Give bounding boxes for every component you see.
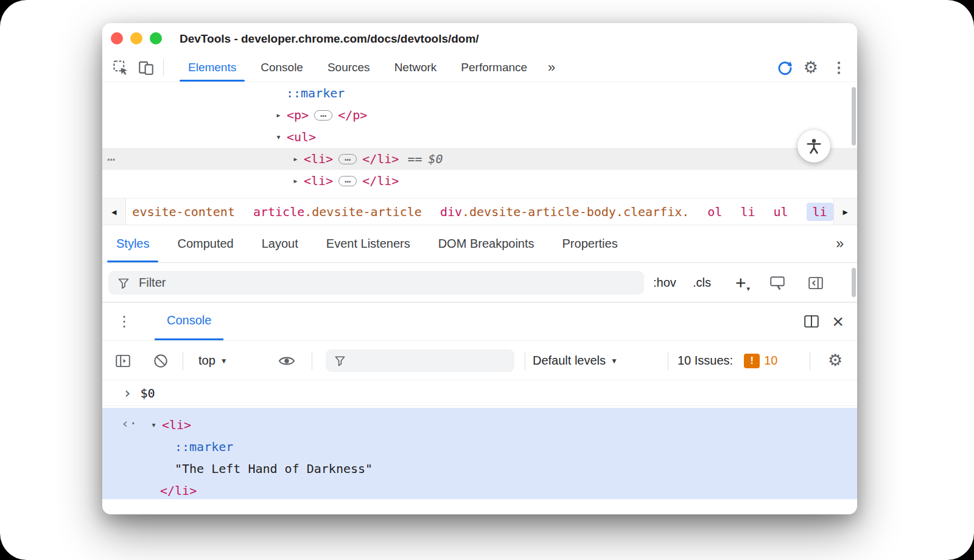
chevron-double-icon: » (836, 236, 844, 252)
eye-live-expression-button[interactable] (278, 341, 296, 380)
console-filter-field[interactable] (326, 349, 514, 372)
console-filter-input[interactable] (352, 354, 506, 368)
expand-arrow-icon[interactable]: ▸ (293, 153, 304, 164)
tab-properties[interactable]: Properties (548, 225, 632, 262)
tab-network[interactable]: Network (382, 54, 449, 82)
inline-expand-button[interactable]: … (338, 154, 357, 164)
sync-button[interactable] (776, 58, 794, 77)
tab-label: Styles (116, 237, 149, 251)
tab-label: Layout (262, 237, 298, 251)
tab-performance[interactable]: Performance (449, 54, 539, 82)
toggle-hover-state-button[interactable]: :hov (653, 263, 676, 303)
breadcrumb-item-selected[interactable]: li (807, 203, 833, 221)
split-drawer-button[interactable] (803, 313, 820, 330)
inspect-icon (112, 59, 129, 76)
clear-console-button[interactable] (152, 341, 169, 380)
drawer-menu-button[interactable]: ⋮ (102, 303, 145, 340)
close-window-button[interactable] (111, 32, 123, 44)
tab-console-drawer[interactable]: Console (155, 303, 223, 340)
more-panels-button[interactable]: » (539, 54, 564, 82)
toolbar-divider (312, 352, 312, 370)
tab-dom-breakpoints[interactable]: DOM Breakpoints (424, 225, 548, 262)
kebab-menu-icon: ⋮ (832, 59, 846, 75)
context-selector-dropdown[interactable]: top ▼ (198, 341, 228, 380)
log-level-dropdown[interactable]: Default levels ▼ (533, 341, 618, 380)
breadcrumb-item[interactable]: article.devsite-article (253, 205, 422, 219)
crumb-classes: evsite-content (132, 205, 235, 219)
tab-event-listeners[interactable]: Event Listeners (312, 225, 424, 262)
breadcrumb-item[interactable]: ul (773, 205, 788, 219)
breadcrumb-item[interactable]: ol (707, 205, 722, 219)
toolbar-divider (668, 352, 668, 370)
console-result-block[interactable]: ‹· ▾ <li> ::marker "The Left Hand of Dar… (102, 408, 857, 499)
console-sidebar-icon (114, 352, 131, 369)
caret-down-icon: ▾ (747, 285, 751, 303)
tab-styles[interactable]: Styles (102, 225, 163, 262)
minimize-window-button[interactable] (130, 32, 142, 44)
settings-button[interactable]: ⚙ (800, 60, 822, 76)
dom-row-ul[interactable]: ▾ <ul> (102, 126, 857, 148)
inline-expand-button[interactable]: … (338, 176, 357, 186)
crumb-classes: .devsite-article (304, 205, 422, 219)
new-style-rule-button[interactable]: + ▾ (735, 263, 750, 303)
crumb-classes: .devsite-article-body.clearfix. (462, 205, 689, 219)
styles-filter-input[interactable] (139, 276, 636, 290)
log-level-label: Default levels (533, 354, 606, 368)
inline-expand-button[interactable]: … (314, 110, 332, 121)
toggle-classes-button[interactable]: .cls (693, 263, 711, 303)
console-messages: › $0 ‹· ▾ <li> ::marker "The Left Hand o… (102, 380, 857, 514)
expand-arrow-icon[interactable]: ▸ (293, 175, 304, 186)
tab-label: Performance (461, 61, 527, 74)
context-label: top (198, 354, 215, 368)
result-line[interactable]: ▾ <li> (102, 408, 857, 436)
issues-count: 10 (764, 354, 777, 368)
console-input-echo-row[interactable]: › $0 (102, 380, 857, 406)
dock-sidebar-button[interactable] (807, 263, 824, 303)
dom-row-li-selected[interactable]: ⋯ ▸ <li> … </li> == $0 (102, 148, 857, 170)
tab-label: Computed (177, 237, 233, 251)
breadcrumb-item[interactable]: div.devsite-article-body.clearfix. (440, 205, 689, 219)
main-menu-button[interactable]: ⋮ (828, 60, 850, 75)
tab-sources[interactable]: Sources (315, 54, 382, 82)
collapse-arrow-icon[interactable]: ▾ (151, 419, 162, 430)
accessibility-overlay-button[interactable] (797, 130, 830, 163)
inspect-element-button[interactable] (112, 59, 129, 76)
tab-computed[interactable]: Computed (163, 225, 247, 262)
tab-elements[interactable]: Elements (176, 54, 248, 82)
elements-scrollbar[interactable] (852, 87, 856, 145)
console-expression: $0 (140, 386, 155, 401)
breadcrumb-item[interactable]: li (740, 205, 755, 219)
zoom-window-button[interactable] (150, 32, 162, 44)
breadcrumb-scroll-left-button[interactable]: ◀ (102, 198, 126, 225)
tag-close: </li> (160, 483, 197, 498)
tab-label: DOM Breakpoints (438, 237, 534, 251)
show-console-sidebar-button[interactable] (114, 341, 131, 380)
issues-counter[interactable]: 10 Issues: ! 10 (678, 341, 777, 380)
crumb-tag: ol (707, 205, 722, 219)
styles-filter-field[interactable] (108, 271, 644, 295)
toggle-device-toolbar-button[interactable] (138, 59, 155, 76)
breadcrumb-item[interactable]: evsite-content (132, 205, 235, 219)
collapse-arrow-icon[interactable]: ▾ (276, 131, 287, 142)
tab-layout[interactable]: Layout (248, 225, 312, 262)
more-sidebar-tabs-button[interactable]: » (822, 225, 857, 262)
breadcrumb-scroll-right-button[interactable]: ▶ (833, 198, 857, 225)
plus-icon: + (735, 273, 746, 293)
tab-console[interactable]: Console (248, 54, 315, 82)
equals-sign: == (407, 152, 422, 166)
row-overflow-icon[interactable]: ⋯ (107, 152, 114, 167)
expand-arrow-icon[interactable]: ▸ (276, 110, 287, 121)
dom-row-p[interactable]: ▸ <p> … </p> (102, 104, 857, 126)
close-drawer-button[interactable]: × (832, 312, 844, 331)
paint-panel-icon (769, 275, 786, 292)
dom-row-li[interactable]: ▸ <li> … </li> (102, 170, 857, 192)
pseudo-element-label: ::marker (175, 439, 233, 454)
console-settings-button[interactable]: ⚙ (824, 341, 846, 380)
rendering-emulation-button[interactable] (769, 263, 786, 303)
styles-scrollbar[interactable] (852, 268, 856, 297)
crumb-tag: ul (773, 205, 788, 219)
text-node-value: "The Left Hand of Darkness" (175, 461, 373, 476)
tag-open: <li> (304, 173, 333, 188)
dom-row-marker[interactable]: ::marker (102, 82, 857, 104)
tab-label: Sources (328, 61, 370, 74)
